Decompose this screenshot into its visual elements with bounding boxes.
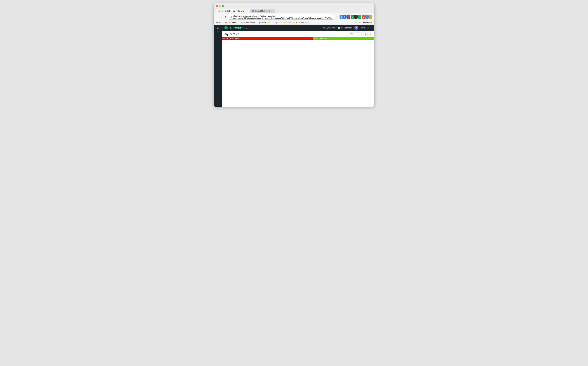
- header-actions: 🔍 Quick find 📊 Chart builder JS Jemiah S…: [323, 26, 372, 30]
- search-icon: 🔍: [323, 27, 326, 29]
- content-area: Six Column Grid Item Four Column Grid It…: [222, 37, 374, 107]
- nr-logo-name: New Relic: [229, 27, 237, 29]
- ext-icon-2[interactable]: B: [343, 15, 347, 19]
- bookmark-nr-2020[interactable]: 📄 New Relic 2020 F...: [238, 22, 257, 24]
- bookmark-pdx-map[interactable]: 🐙 PDX Map: [225, 22, 236, 24]
- time-picker-chevron: ∨: [365, 33, 366, 35]
- tab-close-2[interactable]: ×: [271, 10, 273, 12]
- maximize-button[interactable]: [222, 5, 224, 7]
- grid-item-red: Six Column Grid Item: [222, 37, 313, 40]
- other-bookmarks[interactable]: 📁 Other Bookmarks: [355, 22, 372, 24]
- apps-bm-icon: ⊞: [216, 22, 218, 24]
- calendar-icon: 📅: [350, 33, 353, 35]
- bookmark-pdx-label: PDX Map: [228, 22, 236, 24]
- url-text: https://one.newrelic.com/launcher/lab3.m…: [233, 15, 332, 19]
- chart-icon: 📊: [338, 27, 340, 29]
- plom-icon: 🔗: [259, 22, 261, 24]
- bookmark-star-button[interactable]: ☆: [335, 15, 338, 19]
- left-nav: ⊞ Apps: [214, 25, 222, 107]
- bookmark-apps-label: Apps: [219, 22, 223, 24]
- title-bar: my-nerdlet < New Relic One × Instant Mar…: [214, 3, 374, 13]
- nr-logo-icon: N: [224, 26, 228, 30]
- bookmark-dev-label: Development: [271, 22, 282, 24]
- bookmark-docs-label: Docs: [287, 22, 291, 24]
- svg-text:N: N: [226, 27, 226, 29]
- empty-content-area: [222, 40, 374, 107]
- other-bookmarks-label: Other Bookmarks: [358, 22, 372, 24]
- bookmark-plom-label: plom: [262, 22, 266, 24]
- ext-icon-7[interactable]: L: [362, 15, 365, 19]
- traffic-lights: [216, 5, 372, 7]
- home-button[interactable]: ⌂: [246, 27, 247, 29]
- chart-builder-label: Chart builder: [341, 27, 352, 29]
- bookmark-nr-2020-label: New Relic 2020 F...: [241, 22, 257, 24]
- nr-logo[interactable]: N New Relic ONE ™: [224, 26, 243, 30]
- quick-find-label: Quick find: [327, 27, 335, 29]
- tabs-row: my-nerdlet < New Relic One × Instant Mar…: [216, 8, 372, 13]
- new-tab-button[interactable]: +: [275, 8, 280, 13]
- ext-icon-5[interactable]: ⚙: [354, 15, 357, 19]
- url-bar[interactable]: 🔒 https://one.newrelic.com/launcher/lab3…: [229, 14, 334, 20]
- page-title-bar: my-nerdlet 📅 Last 30 mins ∨ ▲: [222, 31, 374, 37]
- ext-icon-9[interactable]: ★: [369, 15, 372, 19]
- time-picker-label: Last 30 mins: [354, 33, 364, 35]
- bookmark-development[interactable]: 📁 Development: [268, 22, 282, 24]
- dev-icon: 📁: [268, 22, 270, 24]
- ext-icon-1[interactable]: G: [340, 15, 343, 19]
- left-nav-apps[interactable]: ⊞ Apps: [214, 26, 221, 33]
- extension-icons: G B N N ⚙ ✓ L J ★: [340, 15, 372, 19]
- ext-icon-3[interactable]: N: [347, 15, 350, 19]
- time-picker-button[interactable]: 📅 Last 30 mins ∨: [349, 32, 368, 36]
- nr-resour-icon: 📁: [293, 22, 295, 24]
- bookmark-plom[interactable]: 🔗 plom: [259, 22, 266, 24]
- bookmark-nr-resour[interactable]: 📁 New Relic Resour...: [293, 22, 312, 24]
- lock-icon: 🔒: [230, 16, 232, 18]
- minimize-button[interactable]: [219, 5, 221, 7]
- scroll-up-indicator[interactable]: ▲: [369, 33, 372, 36]
- other-bm-icon: 📁: [355, 22, 357, 24]
- apps-nav-label: Apps: [216, 30, 219, 32]
- bookmark-apps[interactable]: ⊞ Apps: [216, 22, 223, 24]
- red-item-label: Six Column Grid Item: [223, 38, 239, 39]
- grid-row: Six Column Grid Item Four Column Grid It…: [222, 37, 374, 40]
- reload-button[interactable]: ↻: [224, 15, 227, 19]
- address-bar: ‹ › ↻ 🔒 https://one.newrelic.com/launche…: [214, 13, 374, 21]
- ext-icon-8[interactable]: J: [365, 15, 369, 19]
- tab-label-2: Instant Markdown: [255, 10, 270, 12]
- chart-builder-button[interactable]: 📊 Chart builder: [338, 27, 352, 29]
- username-label: Jemiah Sius: [359, 27, 370, 29]
- tab-my-nerdlet[interactable]: my-nerdlet < New Relic One ×: [216, 9, 249, 13]
- main-content: N New Relic ONE ™ ⌂ 🔍 Quick find: [222, 25, 374, 107]
- app-layout: ⊞ Apps N New Relic ONE ™ ⌂: [214, 25, 374, 107]
- nr-logo-tm: ™: [242, 27, 243, 29]
- ext-icon-6[interactable]: ✓: [358, 15, 361, 19]
- close-button[interactable]: [216, 5, 218, 7]
- nr-logo-one: ONE: [238, 27, 241, 29]
- back-button[interactable]: ‹: [216, 15, 219, 19]
- grid-item-green: Four Column Grid Item: [313, 37, 374, 40]
- bookmarks-bar: ⊞ Apps 🐙 PDX Map 📄 New Relic 2020 F... 🔗…: [214, 21, 374, 25]
- pdx-map-icon: 🐙: [225, 22, 227, 24]
- tab-instant-markdown[interactable]: Instant Markdown ×: [250, 9, 275, 13]
- tab-favicon-1: [218, 10, 220, 12]
- tab-close-1[interactable]: ×: [245, 10, 247, 12]
- avatar: JS: [354, 26, 358, 30]
- nr-2020-icon: 📄: [238, 22, 240, 24]
- quick-find-button[interactable]: 🔍 Quick find: [323, 27, 335, 29]
- forward-button[interactable]: ›: [220, 15, 223, 19]
- docs-icon: 📁: [284, 22, 286, 24]
- nr-header: N New Relic ONE ™ ⌂ 🔍 Quick find: [222, 25, 374, 31]
- tab-favicon-2: [252, 10, 254, 12]
- ext-icon-4[interactable]: N: [350, 15, 354, 19]
- apps-nav-icon: ⊞: [217, 27, 219, 30]
- user-menu[interactable]: JS Jemiah Sius ∨: [354, 26, 372, 30]
- bookmark-docs[interactable]: 📁 Docs: [284, 22, 291, 24]
- bookmark-nr-resour-label: New Relic Resour...: [296, 22, 312, 24]
- chevron-down-icon: ∨: [371, 27, 372, 29]
- nr-logo-text: New Relic ONE ™: [229, 27, 243, 29]
- green-item-label: Four Column Grid Item: [314, 38, 331, 39]
- tab-label-1: my-nerdlet < New Relic One: [221, 10, 244, 12]
- page-title: my-nerdlet: [224, 32, 239, 36]
